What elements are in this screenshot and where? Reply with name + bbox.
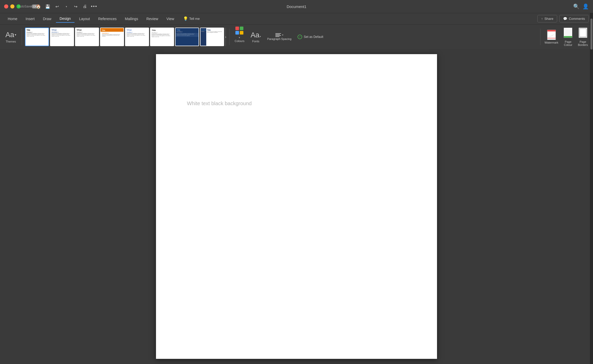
person-icon[interactable]: 👤 [582,3,589,10]
scrollbar-track [590,13,593,364]
ribbon-right-group: DRAFT Watermark PageColour [539,26,590,47]
menu-bar: Home Insert Draw Design Layout Reference… [0,13,593,24]
fonts-group[interactable]: Aa ▾ Fonts [249,30,263,44]
undo-dropdown-icon[interactable]: ▾ [63,3,70,10]
theme-script[interactable]: Title Heading 1 On the insert tab, the g… [150,28,174,46]
colours-group[interactable]: ▾ Colours [233,27,246,47]
ribbon-divider-1 [22,29,22,45]
title-bar-left: AutoSave OFF 🏠 💾 ↩ ▾ ↪ 🖨 ••• [26,3,97,10]
share-button[interactable]: ↑ Share [537,15,557,22]
title-bar-center: Document1 [287,4,307,9]
menu-design[interactable]: Design [56,15,75,23]
theme-nav-forward-button[interactable]: › [225,28,226,46]
page-borders-label: PageBorders [578,40,588,46]
themes-icon: Aa ▾ [5,31,16,39]
ribbon-divider-3 [540,29,540,45]
theme-thumbnails: Title Heading 1 On the insert tab, the g… [25,28,226,46]
minimize-button[interactable] [10,4,14,9]
title-bar-right: 🔍 👤 [573,3,589,10]
document-title: Document1 [287,4,307,9]
title-bar: AutoSave OFF 🏠 💾 ↩ ▾ ↪ 🖨 ••• Document1 🔍… [0,0,593,13]
themes-button[interactable]: Aa ▾ Themes [3,30,19,44]
print-icon[interactable]: 🖨 [81,3,88,10]
theme-darkblue[interactable]: Heading Heading 1 Title On the insert ta… [200,28,224,46]
page-borders-group[interactable]: PageBorders [576,26,590,47]
menu-home[interactable]: Home [4,15,21,22]
watermark-icon: DRAFT [547,30,556,40]
close-button[interactable] [4,4,8,9]
paragraph-spacing-label: Paragraph Spacing [267,37,291,40]
page-colour-label: PageColour [564,40,572,46]
theme-default[interactable]: Title Heading 1 On the insert tab, the g… [25,28,49,46]
theme-orange[interactable]: Title HEADING 1 On the insert tab, the g… [100,28,124,46]
more-icon[interactable]: ••• [91,3,97,10]
redo-icon[interactable]: ↪ [72,3,79,10]
document-placeholder: White text black background [187,101,252,106]
scrollbar-thumb[interactable] [590,19,592,49]
menu-draw[interactable]: Draw [39,15,55,22]
set-as-default-group[interactable]: ✓ Set as Default [295,34,325,40]
autosave-label: AutoSave OFF [26,3,32,10]
main-area: White text black background [0,49,593,364]
tell-me[interactable]: 💡 Tell me [183,16,200,21]
menu-right: ↑ Share 💬 Comments [537,15,589,22]
watermark-group[interactable]: DRAFT Watermark [542,29,560,45]
menu-references[interactable]: References [95,15,120,22]
svg-rect-1 [547,30,556,31]
ribbon-divider-2 [229,29,229,45]
undo-icon[interactable]: ↩ [54,3,60,10]
comments-button[interactable]: 💬 Comments [559,15,589,22]
menu-mailings[interactable]: Mailings [121,15,142,22]
theme-colorful[interactable]: TITLE Heading 1 On the insert tab, the g… [125,28,149,46]
home-icon[interactable]: 🏠 [35,3,42,10]
colour-sq-yellow [240,31,243,35]
check-circle-icon: ✓ [298,35,302,39]
svg-rect-7 [579,28,587,38]
colour-sq-blue [235,31,239,35]
menu-layout[interactable]: Layout [76,15,94,22]
theme-minimal[interactable]: TITLE Heading 1 On the insert tab, the g… [75,28,99,46]
page-colour-group[interactable]: PageColour [561,26,575,47]
paragraph-spacing-group[interactable]: ▾ Paragraph Spacing [265,32,293,42]
save-icon[interactable]: 💾 [44,3,51,10]
set-as-default-label: Set as Default [304,35,323,39]
watermark-label: Watermark [545,41,558,44]
page-colour-icon [563,27,573,39]
ribbon: Aa ▾ Themes Title Heading 1 On the inser… [0,24,593,49]
themes-label: Themes [6,40,16,43]
theme-office[interactable]: TITLE HEADING 1 On the insert tab, the g… [50,28,74,46]
colour-sq-green [240,27,243,30]
svg-rect-5 [565,29,571,36]
colours-label: Colours [235,39,244,43]
fonts-icon: Aa ▾ [251,31,261,39]
menu-review[interactable]: Review [143,15,162,22]
menu-insert[interactable]: Insert [22,15,38,22]
theme-blue[interactable]: Title Heading 1 On the insert tab, the g… [175,28,199,46]
page-borders-icon [578,27,588,39]
colour-sq-red [235,27,239,30]
fonts-label: Fonts [252,40,259,43]
svg-rect-6 [564,36,572,38]
document-page[interactable]: White text black background [156,54,437,359]
search-icon[interactable]: 🔍 [573,3,580,10]
paragraph-spacing-icon: ▾ [275,33,283,37]
colour-squares [235,27,244,35]
menu-view[interactable]: View [163,15,178,22]
